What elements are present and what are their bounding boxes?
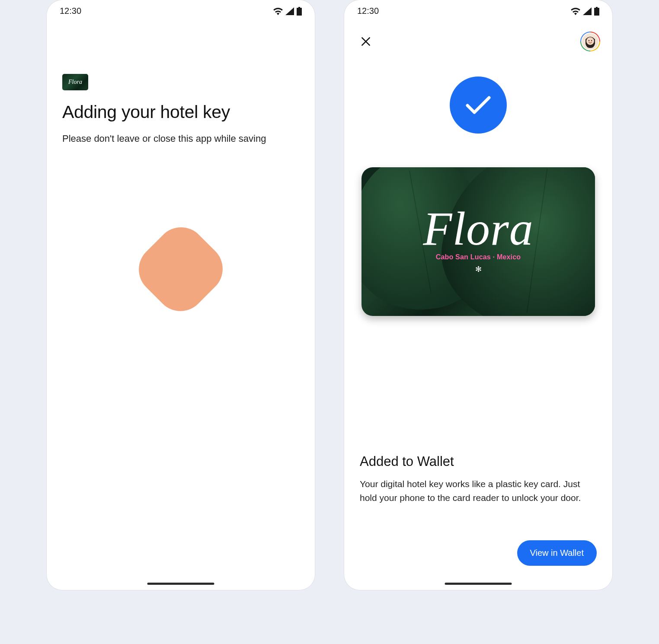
battery-icon [297,7,302,16]
card-brand: Flora [423,205,534,252]
status-icons [571,7,599,16]
page-subtitle: Please don't leave or close this app whi… [62,131,299,146]
avatar-photo [582,33,598,50]
close-button[interactable] [358,34,374,49]
status-icons [273,7,302,16]
status-bar: 12:30 [47,0,315,18]
svg-point-5 [589,40,589,41]
wifi-icon [273,7,283,15]
home-indicator[interactable] [445,583,512,585]
success-check-circle [450,77,507,134]
wifi-icon [571,7,580,15]
svg-point-4 [586,37,594,45]
loading-spinner [144,232,218,306]
cell-signal-icon [583,7,592,15]
account-avatar[interactable] [580,32,600,51]
close-icon [360,36,371,47]
home-indicator[interactable] [147,583,214,585]
hotel-key-thumbnail: Flora [62,74,88,90]
battery-icon [594,7,599,16]
sparkle-icon: ✻ [475,265,482,274]
status-time: 12:30 [60,6,81,16]
check-icon [465,94,492,116]
svg-rect-0 [298,10,301,15]
thumbnail-brand: Flora [68,79,82,86]
phone-screen-added: 12:30 [344,0,612,590]
status-bar: 12:30 [344,0,612,18]
page-title: Adding your hotel key [62,102,299,123]
svg-rect-2 [595,10,598,15]
view-in-wallet-button[interactable]: View in Wallet [517,540,597,566]
success-description: Your digital hotel key works like a plas… [360,477,597,505]
cell-signal-icon [285,7,294,15]
card-location: Cabo San Lucas · Mexico [436,253,521,261]
success-heading: Added to Wallet [360,454,597,469]
phone-screen-adding: 12:30 Flora Adding your hotel key Please… [47,0,315,590]
status-time: 12:30 [357,6,379,16]
hotel-key-card[interactable]: Flora Cabo San Lucas · Mexico ✻ [361,167,595,316]
svg-point-6 [591,40,592,41]
